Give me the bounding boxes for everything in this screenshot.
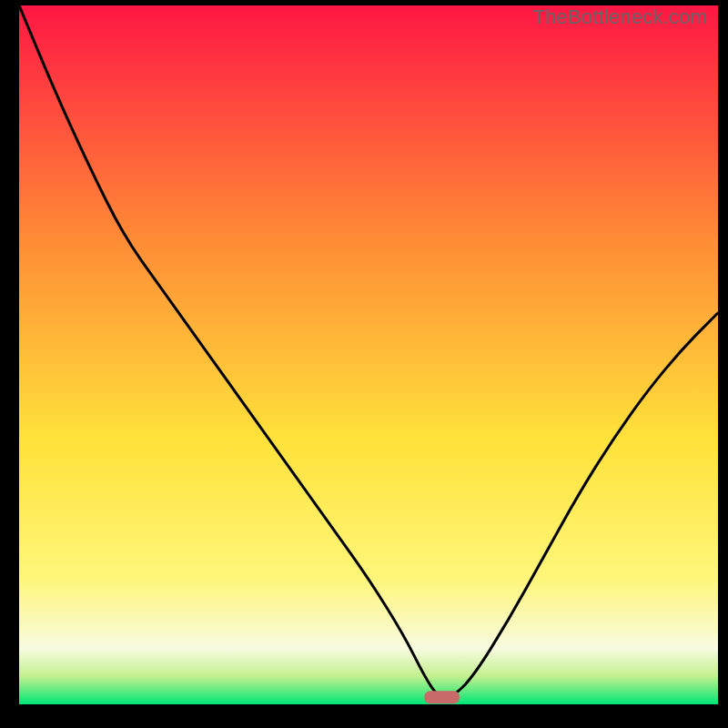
plot-area: TheBottleneck.com: [19, 5, 718, 704]
chart-frame: TheBottleneck.com: [0, 0, 728, 728]
optimal-marker: [424, 691, 459, 703]
gradient-background: [19, 5, 718, 704]
chart-svg: [19, 5, 718, 704]
